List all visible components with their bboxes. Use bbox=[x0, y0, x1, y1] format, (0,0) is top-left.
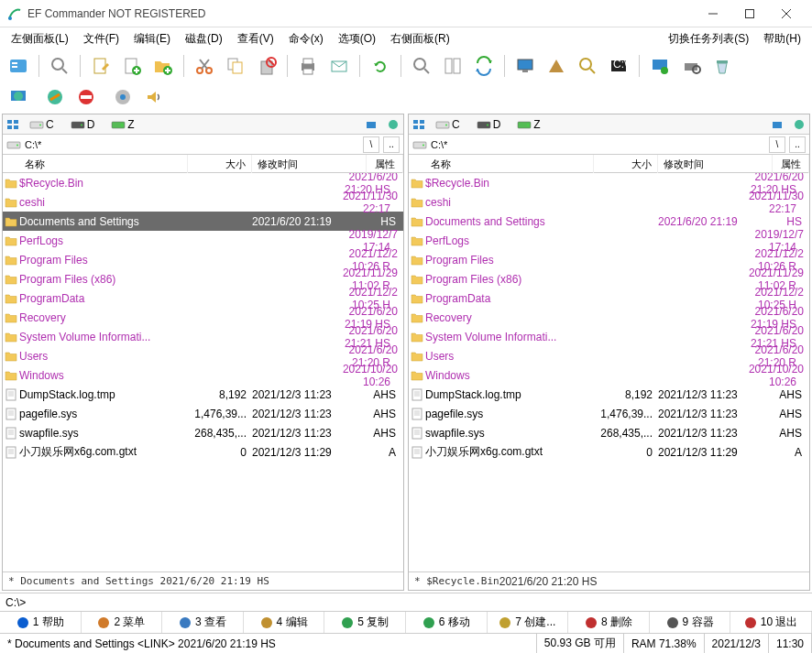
minimize-button[interactable] bbox=[695, 1, 731, 27]
multimedia-icon[interactable] bbox=[110, 84, 136, 110]
drive-net-icon[interactable] bbox=[771, 119, 784, 130]
list-item[interactable]: pagefile.sys 1,476,39... 2021/12/3 11:23… bbox=[3, 404, 403, 423]
block-icon[interactable] bbox=[73, 84, 99, 110]
fkey-8[interactable]: 8 删除 bbox=[568, 612, 650, 633]
drive-ftp-icon[interactable] bbox=[387, 119, 400, 130]
console-icon[interactable]: C:\ bbox=[606, 53, 631, 79]
menu-command[interactable]: 命令(x) bbox=[281, 27, 331, 49]
explore-icon[interactable] bbox=[575, 53, 600, 79]
sound-icon[interactable] bbox=[141, 84, 167, 110]
header-name[interactable]: 名称 bbox=[19, 155, 188, 173]
list-item[interactable]: Windows 2021/10/20 10:26 bbox=[3, 365, 403, 385]
list-item[interactable]: swapfile.sys 268,435,... 2021/12/3 11:23… bbox=[3, 423, 403, 442]
refresh-icon[interactable] bbox=[368, 53, 393, 79]
copy-icon[interactable] bbox=[223, 53, 248, 79]
drive-c-button[interactable]: C bbox=[23, 116, 60, 133]
fkey-2[interactable]: 2 菜单 bbox=[82, 612, 163, 633]
fkey-9[interactable]: 9 容器 bbox=[650, 612, 731, 633]
drive-net-icon[interactable] bbox=[365, 119, 378, 130]
list-item[interactable]: DumpStack.log.tmp 8,192 2021/12/3 11:23 … bbox=[409, 385, 809, 404]
list-item[interactable]: 小刀娱乐网x6g.com.gtxt 0 2021/12/3 11:29 A bbox=[3, 442, 403, 462]
header-size[interactable]: 大小 bbox=[188, 155, 252, 173]
fkey-1[interactable]: 1 帮助 bbox=[0, 612, 82, 633]
search-icon[interactable] bbox=[47, 53, 72, 79]
recycle-icon[interactable] bbox=[709, 53, 735, 79]
path-text[interactable]: C:\* bbox=[431, 139, 765, 150]
fkey-6[interactable]: 6 移动 bbox=[406, 612, 488, 633]
list-item[interactable]: ceshi 2021/11/30 22:17 bbox=[3, 192, 403, 212]
fkey-3[interactable]: 3 查看 bbox=[162, 612, 244, 633]
header-attr[interactable]: 属性 bbox=[367, 155, 403, 173]
item-name: Program Files (x86) bbox=[425, 273, 745, 286]
delete-icon[interactable] bbox=[254, 53, 280, 79]
menu-disk[interactable]: 磁盘(D) bbox=[178, 27, 230, 49]
file-list[interactable]: $Recycle.Bin 2021/6/20 21:20 HS ceshi 20… bbox=[3, 173, 403, 571]
path-up-button[interactable]: .. bbox=[383, 136, 400, 153]
path-up-button[interactable]: .. bbox=[789, 136, 806, 153]
menu-edit[interactable]: 编辑(E) bbox=[126, 27, 178, 49]
list-item[interactable]: Windows 2021/10/20 10:26 bbox=[409, 365, 809, 385]
list-item[interactable]: DumpStack.log.tmp 8,192 2021/12/3 11:23 … bbox=[3, 385, 403, 404]
cut-icon[interactable] bbox=[192, 53, 217, 79]
drive-ftp-icon[interactable] bbox=[793, 119, 806, 130]
file-list[interactable]: $Recycle.Bin 2021/6/20 21:20 HS ceshi 20… bbox=[409, 173, 809, 571]
menu-options[interactable]: 选项(O) bbox=[331, 27, 383, 49]
drive-d-button[interactable]: D bbox=[470, 116, 508, 133]
menu-right-panel[interactable]: 右侧面板(R) bbox=[383, 27, 457, 49]
fkey-4[interactable]: 4 编辑 bbox=[244, 612, 325, 633]
header-name[interactable]: 名称 bbox=[425, 155, 594, 173]
menu-view[interactable]: 查看(V) bbox=[230, 27, 281, 49]
file-icon bbox=[3, 446, 19, 459]
drive-list-icon[interactable] bbox=[6, 118, 19, 131]
drive-z-button[interactable]: Z bbox=[510, 116, 546, 133]
edit-file-icon[interactable] bbox=[88, 53, 114, 79]
path-root-button[interactable]: \ bbox=[363, 136, 379, 153]
menu-file[interactable]: 文件(F) bbox=[76, 27, 126, 49]
compare-icon[interactable] bbox=[440, 53, 466, 79]
print-icon[interactable] bbox=[295, 53, 321, 79]
list-item[interactable]: ceshi 2021/11/30 22:17 bbox=[409, 192, 809, 212]
item-attr bbox=[796, 202, 804, 215]
fkey-10[interactable]: 10 退出 bbox=[730, 612, 812, 633]
list-item[interactable]: 小刀娱乐网x6g.com.gtxt 0 2021/12/3 11:29 A bbox=[409, 442, 809, 462]
folder-icon bbox=[3, 255, 19, 266]
header-date[interactable]: 修改时间 bbox=[252, 155, 367, 173]
path-drive-icon[interactable] bbox=[6, 140, 21, 149]
new-file-icon[interactable] bbox=[119, 53, 145, 79]
drive-z-button[interactable]: Z bbox=[104, 116, 140, 133]
drive-bar: CDZ bbox=[409, 114, 809, 135]
list-item[interactable]: pagefile.sys 1,476,39... 2021/12/3 11:23… bbox=[409, 404, 809, 423]
path-drive-icon[interactable] bbox=[412, 140, 427, 149]
drive-d-button[interactable]: D bbox=[64, 116, 102, 133]
network-icon[interactable] bbox=[5, 84, 31, 110]
path-text[interactable]: C:\* bbox=[25, 139, 359, 150]
pyramid-icon[interactable] bbox=[543, 53, 569, 79]
close-button[interactable] bbox=[768, 1, 805, 27]
drive-c-button[interactable]: C bbox=[429, 116, 466, 133]
header-size[interactable]: 大小 bbox=[594, 155, 658, 173]
menu-switch-task[interactable]: 切换任务列表(S) bbox=[661, 27, 756, 49]
view-mode-icon[interactable] bbox=[5, 53, 31, 79]
header-attr[interactable]: 属性 bbox=[773, 155, 809, 173]
item-date: 2021/12/3 11:23 bbox=[252, 408, 367, 420]
fkey-7[interactable]: 7 创建... bbox=[488, 612, 569, 633]
item-name: 小刀娱乐网x6g.com.gtxt bbox=[19, 444, 188, 460]
desktop-icon[interactable] bbox=[512, 53, 538, 79]
sync-icon[interactable] bbox=[471, 53, 497, 79]
mail-icon[interactable] bbox=[326, 53, 352, 79]
list-item[interactable]: swapfile.sys 268,435,... 2021/12/3 11:23… bbox=[409, 423, 809, 442]
command-line[interactable]: C:\> bbox=[0, 593, 812, 611]
fkey-5[interactable]: 5 复制 bbox=[324, 612, 406, 633]
header-date[interactable]: 修改时间 bbox=[658, 155, 773, 173]
settings-icon[interactable] bbox=[647, 53, 673, 79]
svg-rect-29 bbox=[303, 69, 313, 74]
tools-icon[interactable] bbox=[678, 53, 704, 79]
drive-list-icon[interactable] bbox=[412, 118, 425, 131]
find-icon[interactable] bbox=[409, 53, 434, 79]
path-root-button[interactable]: \ bbox=[769, 136, 785, 153]
new-folder-icon[interactable] bbox=[150, 53, 176, 79]
link-icon[interactable] bbox=[42, 84, 68, 110]
menu-left-panel[interactable]: 左侧面板(L) bbox=[4, 27, 76, 49]
maximize-button[interactable] bbox=[731, 1, 768, 27]
menu-help[interactable]: 帮助(H) bbox=[756, 27, 808, 49]
